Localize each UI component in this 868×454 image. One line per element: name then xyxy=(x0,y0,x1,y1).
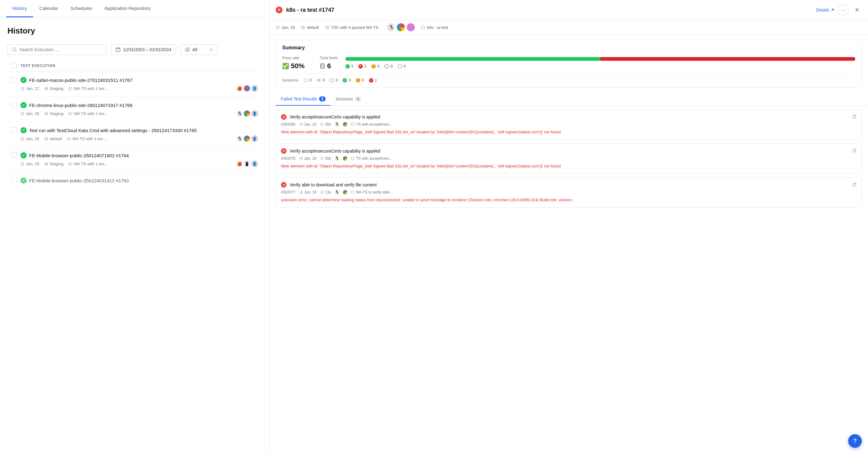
close-button[interactable]: ✕ xyxy=(852,5,862,15)
status-pass-icon xyxy=(21,127,27,133)
exec-name: Test run with TestCloud Kata Cmd with ad… xyxy=(29,128,197,133)
svg-rect-2 xyxy=(116,48,120,52)
tab-application-repository[interactable]: Application Repository xyxy=(98,0,157,17)
session-warning: 0 xyxy=(356,78,364,83)
phone-icon: 📱 xyxy=(244,161,250,167)
row-checkbox[interactable] xyxy=(11,77,17,83)
progress-labels: 3 3 0 0 0 xyxy=(345,64,855,68)
exec-meta: Jan, 25 Staging WA TS with 1 tes... 🍎 📱 … xyxy=(21,160,258,167)
result-tabs: Failed Test Results 3 Sessions 1 xyxy=(270,93,868,106)
row-checkbox[interactable] xyxy=(11,102,17,108)
result-card[interactable]: Verify acceptInsecureCerts capability is… xyxy=(276,144,862,174)
exec-name: FE-safari-macos-public-site-270124031511… xyxy=(29,78,132,83)
calendar-icon xyxy=(116,47,121,52)
row-checkbox[interactable] xyxy=(11,152,17,158)
table-row[interactable]: FE-chrome-linux-public-site-260124071917… xyxy=(7,97,262,122)
result-id: #302077 xyxy=(281,190,296,194)
svg-point-28 xyxy=(302,26,305,29)
panel-title: k8s - ra test #1747 xyxy=(286,7,812,13)
result-suite: WA TS to verify able... xyxy=(351,190,393,194)
skip-count: 0 xyxy=(384,64,393,68)
exec-meta: Jan, 25 default WA TS with 1 tes... 🐧 👤 xyxy=(21,135,258,142)
exec-content: FE-Mobile-browser-public-250124031412 #1… xyxy=(21,177,258,186)
session-failed: 1 xyxy=(369,78,377,83)
warning-count: 0 xyxy=(371,64,379,68)
linux-avatar: 🐧 xyxy=(387,23,395,31)
tab-calendar[interactable]: Calendar xyxy=(33,0,64,17)
meta-tsc: TSC with 4 passed WA TS xyxy=(325,25,378,30)
tab-schedules[interactable]: Schedules xyxy=(64,0,98,17)
session-passed: 0 xyxy=(343,78,351,83)
exec-name: FE-Mobile-browser-public-250124071602 #1… xyxy=(29,153,129,158)
exec-date: Jan, 27 xyxy=(21,86,39,91)
session-loading: 0 xyxy=(304,78,312,83)
table-row[interactable]: FE-Mobile-browser-public-250124031412 #1… xyxy=(7,172,262,191)
result-error: Web element with id: 'Object Repository/… xyxy=(281,129,857,135)
external-link-icon[interactable] xyxy=(852,114,857,120)
result-browser-chrome xyxy=(343,122,347,126)
result-meta: #302078 Jan, 19 39s 🐧 TS with acceptInse… xyxy=(281,156,857,161)
status-value: All xyxy=(192,47,197,52)
table-header: TEST EXECUTION xyxy=(7,60,262,72)
result-card[interactable]: Verify able to download and verify file … xyxy=(276,177,862,208)
exec-name: FE-chrome-linux-public-site-260124071917… xyxy=(29,103,132,108)
svg-point-29 xyxy=(302,27,304,28)
linux-icon: 🐧 xyxy=(236,136,243,142)
search-box[interactable] xyxy=(7,44,106,55)
time-filter[interactable]: 12/31/2023 – 01/31/2024 xyxy=(111,44,176,55)
result-card[interactable]: Verify acceptInsecureCerts capability is… xyxy=(276,110,862,140)
status-filter[interactable]: All xyxy=(180,44,217,55)
exec-title-row: Test run with TestCloud Kata Cmd with ad… xyxy=(21,127,258,133)
result-browser-chrome xyxy=(343,156,347,161)
exec-title-row: FE-Mobile-browser-public-250124031412 #1… xyxy=(21,177,258,183)
svg-point-14 xyxy=(45,113,47,114)
exec-env: default xyxy=(44,137,62,141)
result-card-header: Verify acceptInsecureCerts capability is… xyxy=(281,114,857,120)
table-row[interactable]: FE-Mobile-browser-public-250124071602 #1… xyxy=(7,147,262,172)
result-title: Verify acceptInsecureCerts capability is… xyxy=(290,114,849,119)
result-suite: TS with acceptInsec... xyxy=(351,156,392,161)
external-link-icon[interactable] xyxy=(852,148,857,153)
result-card-header: Verify acceptInsecureCerts capability is… xyxy=(281,148,857,154)
apple-icon: 🍎 xyxy=(236,161,243,167)
execution-fail-icon xyxy=(276,6,282,13)
details-link[interactable]: Details xyxy=(816,7,835,12)
session-running: 0 xyxy=(330,78,338,83)
result-id: #302080 xyxy=(281,122,296,126)
table-row[interactable]: Test run with TestCloud Kata Cmd with ad… xyxy=(7,122,262,147)
fail-count: 3 xyxy=(359,64,367,68)
row-checkbox[interactable] xyxy=(11,127,17,133)
time-value: 12/31/2023 – 01/31/2024 xyxy=(123,47,171,52)
nav-tabs: History Calendar Schedules Application R… xyxy=(0,0,269,17)
result-card-header: Verify able to download and verify file … xyxy=(281,182,857,188)
status-icon xyxy=(185,47,190,52)
progress-bar xyxy=(345,57,855,61)
user-avatar-panel xyxy=(407,23,415,31)
user-avatar: 👤 xyxy=(251,135,258,142)
more-options-button[interactable]: ⋯ xyxy=(838,5,848,15)
search-input[interactable] xyxy=(20,47,102,52)
table-row[interactable]: FE-safari-macos-public-site-270124031511… xyxy=(7,72,262,97)
meta-date: Jan, 19 xyxy=(276,25,295,30)
svg-point-8 xyxy=(44,87,48,90)
tab-sessions[interactable]: Sessions 1 xyxy=(331,93,367,106)
svg-rect-49 xyxy=(351,157,354,160)
external-link-icon[interactable] xyxy=(852,182,857,188)
safari-icon xyxy=(244,85,250,91)
exec-name: FE-Mobile-browser-public-250124031412 #1… xyxy=(29,178,129,183)
svg-point-19 xyxy=(45,138,47,139)
exec-date: Jan, 26 xyxy=(21,111,39,116)
exec-env: Staging xyxy=(44,111,63,116)
select-all-checkbox[interactable] xyxy=(11,63,17,68)
svg-point-37 xyxy=(304,79,307,82)
pass-icon: ✅ xyxy=(282,63,289,69)
panel-avatars: 🐧 xyxy=(387,23,415,31)
help-button[interactable]: ? xyxy=(848,434,862,448)
column-header-label: TEST EXECUTION xyxy=(21,63,55,68)
tab-failed-results[interactable]: Failed Test Results 3 xyxy=(276,93,331,106)
exec-title-row: FE-chrome-linux-public-site-260124071917… xyxy=(21,102,258,108)
tab-history[interactable]: History xyxy=(6,0,33,17)
row-checkbox[interactable] xyxy=(11,177,17,183)
progress-green xyxy=(345,57,600,61)
svg-rect-10 xyxy=(69,87,72,90)
